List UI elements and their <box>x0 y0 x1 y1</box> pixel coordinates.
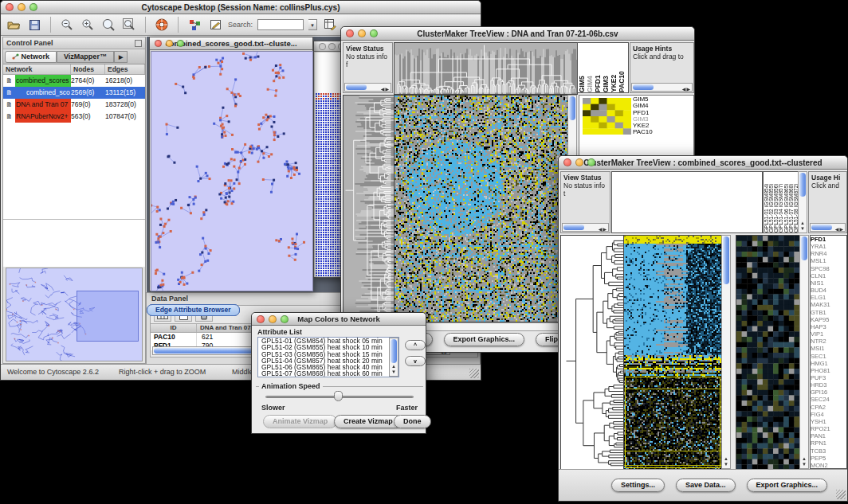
gene-label[interactable]: FIG4 <box>811 411 846 418</box>
zoom-selected-icon[interactable] <box>100 18 116 32</box>
column-label[interactable]: PFD1 <box>594 43 602 92</box>
attribute-list-vscrollbar[interactable] <box>389 338 398 377</box>
column-label[interactable]: GIM3 <box>602 43 610 92</box>
gene-label[interactable]: HRD3 <box>811 381 846 389</box>
done-button[interactable]: Done <box>394 415 431 428</box>
scrollbar-thumb[interactable] <box>723 236 729 284</box>
scrollbar-thumb[interactable] <box>633 84 654 90</box>
gene-label[interactable]: CPA2 <box>811 404 846 411</box>
tv2-column-dendrogram-area[interactable] <box>611 171 763 233</box>
network-row[interactable]: 🗎 combined_scores 2764(0) 16218(0) <box>3 75 145 87</box>
gene-label[interactable]: GPI16 <box>811 389 846 396</box>
gene-label[interactable]: NIS1 <box>811 279 846 287</box>
minimize-icon[interactable] <box>18 3 26 11</box>
scrollbar-thumb[interactable] <box>569 96 575 120</box>
open-file-icon[interactable] <box>6 18 22 32</box>
scrollbar-thumb[interactable] <box>346 84 367 90</box>
tv1-similarity-matrix[interactable] <box>583 98 631 135</box>
gene-label[interactable]: PAN1 <box>811 432 846 440</box>
matrix-view-titlebar[interactable] <box>314 41 343 52</box>
zoom-in-icon[interactable] <box>80 18 96 32</box>
tab-vizmapper[interactable]: VizMapper™ <box>57 51 114 63</box>
move-up-button[interactable]: ^ <box>405 340 426 350</box>
minimize-icon[interactable] <box>166 40 173 47</box>
zoom-window-icon[interactable] <box>370 29 378 37</box>
tv1-hints-hscrollbar[interactable] <box>631 83 693 92</box>
tv1-heatmap[interactable] <box>394 95 568 322</box>
tv1-row-dendrogram[interactable] <box>343 95 395 322</box>
network-row[interactable]: 🗎 RNAPuberNov2+ 563(0) 107847(0) <box>3 111 145 123</box>
minimize-icon[interactable] <box>269 315 277 323</box>
tv2-button[interactable]: Save Data... <box>676 479 736 492</box>
main-titlebar[interactable]: Cytoscape Desktop (Session Name: collins… <box>1 1 481 14</box>
gene-label[interactable]: RNR4 <box>811 250 846 257</box>
gene-label[interactable]: MAK31 <box>811 301 846 308</box>
gene-label[interactable]: HMG1 <box>811 360 846 367</box>
close-icon[interactable] <box>6 3 14 11</box>
animate-vizmap-button[interactable]: Animate Vizmap <box>263 415 337 428</box>
zoom-out-icon[interactable] <box>59 18 75 32</box>
float-panel-icon[interactable] <box>135 40 142 47</box>
tv2-row-dendrogram[interactable] <box>560 235 624 471</box>
column-label[interactable]: GPL51-07 (GSM868) <box>788 172 793 232</box>
column-label[interactable]: YKE2 <box>610 43 618 92</box>
network-row[interactable]: 🗎 DNA and Tran 07 769(0) 183728(0) <box>3 99 145 111</box>
gene-label[interactable]: CLN1 <box>811 272 846 279</box>
column-label[interactable]: GIM5 <box>578 43 586 92</box>
gene-label[interactable]: MSI1 <box>811 345 846 352</box>
close-icon[interactable] <box>563 158 571 166</box>
gene-label[interactable]: PHO81 <box>811 367 846 374</box>
network-overview-canvas[interactable] <box>6 268 142 361</box>
scrollbar-thumb[interactable] <box>391 339 397 363</box>
help-lifering-icon[interactable] <box>154 18 170 32</box>
zoom-fit-icon[interactable] <box>121 18 137 32</box>
create-vizmap-button[interactable]: Create Vizmap <box>334 415 402 428</box>
network-overview-panel[interactable] <box>6 268 143 361</box>
resize-grip[interactable] <box>836 490 846 499</box>
treeview2-titlebar[interactable]: ClusterMaker TreeView : combined_scores_… <box>559 156 847 170</box>
tv1-status-hscrollbar[interactable] <box>344 83 391 92</box>
tv1-button[interactable]: Export Graphics... <box>444 333 525 346</box>
column-label[interactable]: GIM4 <box>586 43 594 92</box>
tab-network[interactable]: Network <box>5 51 57 63</box>
close-icon[interactable] <box>155 40 162 47</box>
minimize-icon[interactable] <box>575 158 583 166</box>
data-panel-tab[interactable]: Edge Attribute Browser <box>147 304 240 316</box>
dialog-titlebar[interactable]: Map Colors to Network <box>252 313 426 326</box>
column-label[interactable]: GPL51-04 (GSM857) <box>778 172 783 232</box>
search-dropdown-icon[interactable]: ▼ <box>308 19 317 30</box>
gene-label[interactable]: BUD4 <box>811 287 846 294</box>
attribute-item[interactable]: GPL51-07 (GSM868) heat shock 60 min <box>260 370 389 377</box>
tv2-labels-vscrollbar[interactable] <box>798 171 807 233</box>
minimize-icon[interactable] <box>358 29 366 37</box>
gene-label[interactable]: RPN1 <box>811 440 846 447</box>
close-icon[interactable] <box>346 29 354 37</box>
gene-label[interactable]: VIP1 <box>811 330 846 338</box>
scrollbar-thumb[interactable] <box>811 225 832 230</box>
vizmapper-icon[interactable] <box>186 18 202 32</box>
gene-label[interactable]: PAC10 <box>633 129 693 135</box>
move-down-button[interactable]: v <box>405 356 426 366</box>
save-icon[interactable] <box>26 18 42 32</box>
zoom-window-icon[interactable] <box>177 40 184 47</box>
minimize-icon[interactable] <box>328 43 336 50</box>
tv2-status-hscrollbar[interactable] <box>562 223 609 232</box>
close-icon[interactable] <box>319 43 326 50</box>
zoom-window-icon[interactable] <box>281 315 289 323</box>
gene-label[interactable]: MON2 <box>811 462 846 469</box>
tv2-zoom-heatmap[interactable] <box>736 235 800 471</box>
annotation-icon[interactable] <box>207 18 223 32</box>
gene-label[interactable]: NTR2 <box>811 338 846 345</box>
tv2-map-vscrollbar[interactable] <box>721 235 731 469</box>
attribute-browser-icon[interactable] <box>322 18 338 32</box>
scrollbar-thumb[interactable] <box>799 173 806 197</box>
gene-label[interactable]: PUF3 <box>811 374 846 381</box>
gene-label[interactable]: RPO21 <box>811 425 846 432</box>
gene-label[interactable]: ELG1 <box>811 294 846 301</box>
scrollbar-thumb[interactable] <box>801 236 807 260</box>
tv2-zoom-vscrollbar[interactable] <box>799 235 809 469</box>
gene-label[interactable]: YSH1 <box>811 418 846 425</box>
close-icon[interactable] <box>257 315 265 323</box>
network-view-titlebar[interactable]: combined_scores_good.txt--cluste... <box>150 37 312 50</box>
tv2-button[interactable]: Export Graphics... <box>747 479 828 492</box>
